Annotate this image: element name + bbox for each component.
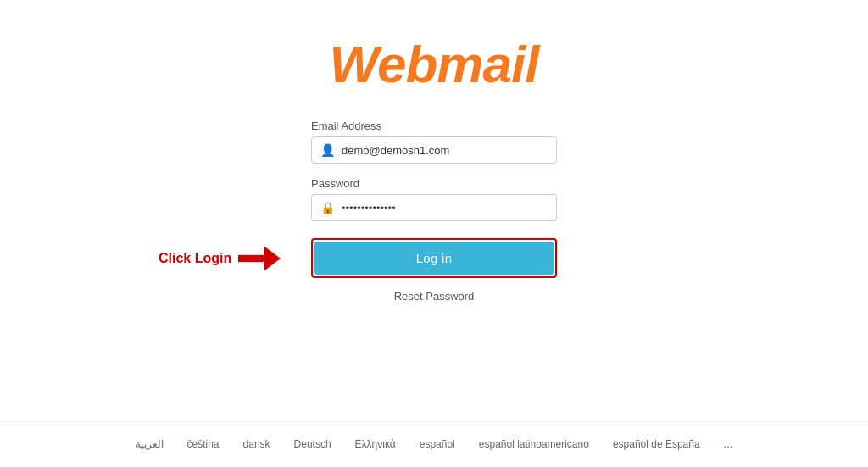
- reset-password-link[interactable]: Reset Password: [311, 290, 557, 303]
- webmail-logo: Webmail: [330, 35, 539, 93]
- email-label: Email Address: [311, 120, 557, 132]
- email-input-wrapper: 👤: [311, 136, 557, 164]
- lang-arabic[interactable]: العربية: [136, 438, 164, 450]
- lang-german[interactable]: Deutsch: [294, 438, 331, 450]
- language-bar: العربية čeština dansk Deutsch Ελληνικά e…: [0, 421, 868, 450]
- login-button-wrapper: Log in: [311, 238, 557, 278]
- lang-spanish[interactable]: español: [420, 438, 455, 450]
- password-input-wrapper: 🔒: [311, 194, 557, 221]
- user-icon: 👤: [320, 143, 335, 157]
- lang-spanish-spain[interactable]: español de España: [613, 438, 700, 450]
- lang-greek[interactable]: Ελληνικά: [355, 438, 396, 450]
- logo-container: Webmail: [330, 34, 539, 94]
- more-languages-button[interactable]: ...: [724, 437, 733, 450]
- password-label: Password: [311, 177, 557, 190]
- svg-rect-0: [238, 254, 265, 261]
- login-form: Email Address 👤 Password 🔒 Click Login: [311, 120, 557, 303]
- password-input[interactable]: [342, 202, 548, 214]
- email-input[interactable]: [342, 144, 548, 157]
- lock-icon: 🔒: [320, 201, 335, 214]
- arrow-icon: [238, 244, 281, 273]
- svg-marker-1: [264, 246, 281, 271]
- click-login-text: Click Login: [159, 251, 231, 266]
- arrow-container: [238, 244, 281, 273]
- login-button[interactable]: Log in: [314, 242, 554, 275]
- lang-spanish-latin[interactable]: español latinoamericano: [479, 438, 589, 450]
- lang-danish[interactable]: dansk: [243, 438, 270, 450]
- lang-czech[interactable]: čeština: [187, 438, 220, 450]
- click-login-annotation: Click Login: [159, 244, 281, 273]
- main-container: Webmail Email Address 👤 Password 🔒 Click…: [0, 0, 868, 303]
- login-row: Click Login Log in: [311, 238, 557, 278]
